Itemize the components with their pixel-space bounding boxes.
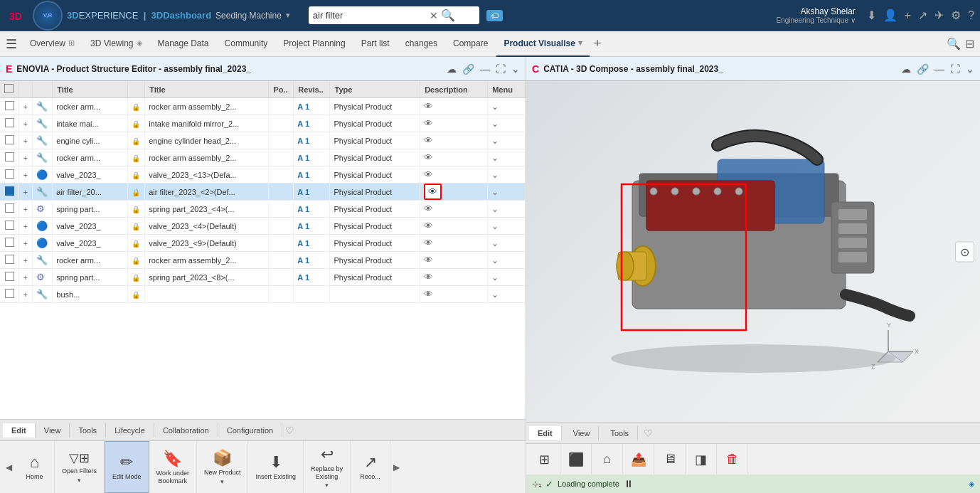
eye-icon[interactable]: 👁	[424, 118, 433, 129]
row-checkbox[interactable]	[5, 289, 14, 298]
search-tag-icon[interactable]: 🏷	[486, 10, 503, 21]
right-toolbar-tab-view[interactable]: View	[565, 426, 600, 440]
eye-icon-highlighted[interactable]: 👁	[424, 184, 442, 200]
connect-icon[interactable]: ✈	[934, 9, 944, 22]
eye-icon[interactable]: 👁	[424, 255, 433, 265]
right-tool-export[interactable]: 📤	[623, 444, 654, 475]
expand-btn[interactable]: +	[23, 137, 27, 145]
tool-edit-mode[interactable]: ✏ Edit Mode	[105, 441, 149, 493]
newproduct-dropdown-arrow[interactable]: ▾	[220, 478, 224, 485]
share-icon[interactable]: ↗	[918, 9, 927, 22]
right-tool-grid[interactable]: ⊞	[529, 444, 560, 475]
help-icon[interactable]: ?	[968, 9, 974, 22]
toolbar-tab-tools[interactable]: Tools	[70, 423, 106, 438]
row-checkbox[interactable]	[5, 169, 14, 179]
row-menu-chevron[interactable]: ⌄	[491, 136, 499, 146]
row-menu-chevron[interactable]: ⌄	[491, 272, 499, 282]
nav-compare[interactable]: Compare	[446, 31, 495, 57]
search-submit-icon[interactable]: 🔍	[441, 9, 455, 22]
3d-viewer[interactable]: Y X Z ⊙	[526, 81, 980, 422]
nav-community[interactable]: Community	[218, 31, 275, 57]
row-menu-chevron[interactable]: ⌄	[491, 153, 499, 163]
right-fullscreen-icon[interactable]: ⛶	[950, 63, 960, 75]
eye-icon[interactable]: 👁	[424, 289, 433, 299]
toolbar-tab-configuration[interactable]: Configuration	[218, 423, 282, 438]
eye-icon[interactable]: 👁	[424, 169, 433, 180]
row-checkbox[interactable]	[5, 203, 14, 213]
right-minimize-icon[interactable]: —	[934, 63, 944, 75]
download-icon[interactable]: ⬇	[867, 9, 876, 22]
expand-icon[interactable]: ⌄	[511, 63, 520, 75]
nav-projectplanning[interactable]: Project Planning	[276, 31, 352, 57]
expand-btn[interactable]: +	[23, 222, 27, 230]
expand-btn[interactable]: +	[23, 290, 27, 299]
row-menu-chevron[interactable]: ⌄	[491, 221, 499, 231]
context-arrow[interactable]: ▾	[286, 11, 290, 20]
toolbar-tab-collaboration[interactable]: Collaboration	[154, 423, 218, 438]
row-checkbox[interactable]	[5, 118, 14, 127]
select-all-checkbox[interactable]	[4, 84, 14, 93]
toolbar-tab-view[interactable]: View	[36, 423, 70, 438]
expand-btn[interactable]: +	[23, 205, 27, 213]
pause-button[interactable]: ⏸	[624, 478, 634, 489]
add-icon[interactable]: +	[905, 9, 911, 22]
tools-prev-nav[interactable]: ◀	[3, 441, 15, 493]
row-menu-chevron[interactable]: ⌄	[491, 119, 499, 129]
right-cloud-icon[interactable]: ☁	[901, 63, 911, 75]
eye-icon[interactable]: 👁	[424, 135, 433, 146]
nav-minimize-icon[interactable]: ⊟	[965, 37, 974, 51]
tool-home[interactable]: ⌂ Home	[15, 441, 55, 493]
row-menu-chevron[interactable]: ⌄	[491, 102, 499, 112]
expand-btn[interactable]: +	[23, 273, 27, 282]
expand-btn[interactable]: +	[23, 120, 27, 128]
row-checkbox[interactable]	[5, 135, 14, 144]
tool-work-under-bookmark[interactable]: 🔖 Work underBookmark	[149, 441, 197, 493]
row-checkbox[interactable]	[5, 101, 14, 110]
right-tool-home[interactable]: ⌂	[592, 444, 623, 475]
right-toolbar-tab-tools[interactable]: Tools	[602, 426, 638, 440]
tool-new-product[interactable]: 📦 New Product ▾	[197, 441, 249, 493]
nav-overview[interactable]: Overview ⊞	[23, 31, 82, 57]
row-menu-chevron[interactable]: ⌄	[491, 255, 499, 265]
hamburger-menu[interactable]: ☰	[6, 36, 17, 52]
user-role[interactable]: Engineering Technique ∨	[776, 16, 855, 24]
row-menu-chevron[interactable]: ⌄	[491, 187, 499, 197]
compass-widget[interactable]: V,R	[33, 1, 63, 31]
expand-btn[interactable]: +	[23, 188, 27, 196]
search-input[interactable]	[313, 10, 427, 21]
expand-btn[interactable]: +	[23, 102, 27, 111]
eye-icon[interactable]: 👁	[424, 152, 433, 163]
right-expand-icon[interactable]: ⌄	[966, 63, 974, 75]
row-checkbox[interactable]	[5, 238, 14, 247]
filter-dropdown-arrow[interactable]: ▾	[78, 477, 81, 484]
fullscreen-icon[interactable]: ⛶	[496, 63, 506, 75]
right-tool-screen[interactable]: 🖥	[654, 444, 686, 475]
row-checkbox[interactable]	[5, 255, 14, 264]
link-icon[interactable]: 🔗	[462, 63, 474, 75]
tool-insert-existing[interactable]: ⬇ Insert Existing	[248, 441, 304, 493]
eye-icon[interactable]: 👁	[424, 272, 433, 282]
favorites-icon[interactable]: ♡	[285, 425, 294, 436]
cloud-icon[interactable]: ☁	[447, 63, 457, 75]
zoom-handle[interactable]: ⊙	[955, 241, 974, 262]
tool-open-filters[interactable]: ▽⊞ Open Filters ▾	[55, 441, 105, 493]
right-toolbar-tab-edit[interactable]: Edit	[529, 426, 562, 440]
search-clear-icon[interactable]: ✕	[430, 10, 438, 21]
right-link-icon[interactable]: 🔗	[917, 63, 929, 75]
settings-icon[interactable]: ⚙	[951, 9, 961, 22]
replace-dropdown-arrow[interactable]: ▾	[325, 482, 329, 489]
right-tool-panel[interactable]: ◨	[686, 444, 717, 475]
row-menu-chevron[interactable]: ⌄	[491, 290, 499, 299]
tool-reco[interactable]: ↗ Reco...	[351, 441, 390, 493]
row-checkbox[interactable]	[5, 272, 14, 281]
expand-btn[interactable]: +	[23, 239, 27, 248]
eye-icon[interactable]: 👁	[424, 221, 433, 231]
toolbar-tab-edit[interactable]: Edit	[3, 423, 36, 438]
row-menu-chevron[interactable]: ⌄	[491, 170, 499, 180]
row-checkbox[interactable]	[5, 221, 14, 230]
nav-search-icon[interactable]: 🔍	[947, 37, 961, 51]
nav-managedata[interactable]: Manage Data	[151, 31, 216, 57]
status-right-icon[interactable]: ◈	[969, 479, 974, 489]
user-icon[interactable]: 👤	[883, 9, 898, 22]
right-tool-delete[interactable]: 🗑	[717, 444, 748, 475]
